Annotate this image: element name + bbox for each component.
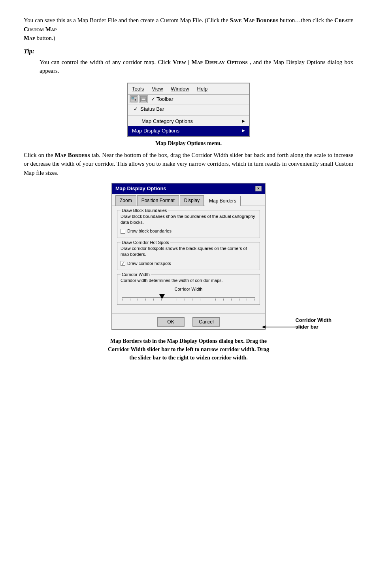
corridor-width-group: Corridor Width Corridor width determines… xyxy=(117,274,260,305)
tip-label: Tip: xyxy=(24,47,353,56)
draw-block-checkbox[interactable] xyxy=(121,229,125,234)
cancel-button[interactable]: Cancel xyxy=(192,317,220,327)
slider-ticks xyxy=(122,299,255,301)
svg-rect-1 xyxy=(132,97,134,99)
draw-corridor-hotspots-desc: Draw corridor hotspots shows the black s… xyxy=(121,246,256,258)
statusbar-row: ✓ Status Bar xyxy=(128,104,249,114)
checkmark-status: ✓ xyxy=(134,105,138,113)
tick xyxy=(153,299,154,301)
draw-block-boundaries-desc: Draw block boundaries show the boundarie… xyxy=(121,214,256,226)
tab-zoom[interactable]: Zoom xyxy=(115,195,136,206)
tick xyxy=(239,299,239,301)
dialog-content: Draw Block Boundaries Draw block boundar… xyxy=(112,206,265,313)
tick xyxy=(138,299,138,301)
slider-handle[interactable] xyxy=(159,294,165,299)
tick xyxy=(200,299,200,301)
tick xyxy=(130,299,130,301)
bottom-caption: Map Borders tab in the Map Display Optio… xyxy=(24,337,353,362)
view-map-label: View | Map Display Options xyxy=(173,59,247,65)
menu-bar-help: Help xyxy=(195,84,210,94)
page-content: You can save this as a Map Border File a… xyxy=(24,16,353,362)
menu-figure: Tools View Window Help ♦ xyxy=(24,83,353,147)
tick xyxy=(231,299,232,301)
svg-text:♦: ♦ xyxy=(134,98,136,102)
map-display-item: Map Display Options ▶ xyxy=(128,126,249,136)
slider-container xyxy=(122,293,255,301)
map-borders-bold: Map Borders xyxy=(55,152,90,158)
dialog-title: Map Display Options xyxy=(115,185,166,193)
tick xyxy=(177,299,177,301)
toolbar-icon-2 xyxy=(139,95,148,103)
menu-screenshot: Tools View Window Help ♦ xyxy=(127,83,250,137)
dialog-figure-wrapper: Map Display Options × Zoom Position Form… xyxy=(24,183,353,330)
dialog-close-button[interactable]: × xyxy=(255,186,262,191)
statusbar-label: Status Bar xyxy=(140,105,164,113)
tick xyxy=(254,299,255,301)
map-label: Map xyxy=(24,35,35,41)
map-display-options-dialog: Map Display Options × Zoom Position Form… xyxy=(111,183,266,330)
tick xyxy=(192,299,192,301)
tick xyxy=(247,299,247,301)
menu-caption: Map Display Options menu. xyxy=(155,139,222,147)
dialog-tabs: Zoom Position Format Display Map Borders xyxy=(112,194,265,206)
slider-label: Corridor Width xyxy=(121,286,256,293)
draw-corridor-checkbox-label: Draw corridor hotspots xyxy=(127,260,171,267)
dialog-buttons: OK Cancel xyxy=(112,314,265,329)
menu-bar: Tools View Window Help xyxy=(128,83,249,95)
checkmark-toolbar: ✓ xyxy=(151,95,155,103)
tip-body: You can control the width of any corrido… xyxy=(24,58,353,76)
menu-bar-window: Window xyxy=(168,84,191,94)
svg-rect-5 xyxy=(141,98,145,100)
menu-bar-tools: Tools xyxy=(130,84,146,94)
draw-block-boundaries-group: Draw Block Boundaries Draw block boundar… xyxy=(117,210,260,238)
draw-corridor-hotspots-group: Draw Corridor Hot Spots Draw corridor ho… xyxy=(117,242,260,270)
tick xyxy=(223,299,224,301)
draw-corridor-checkbox-row: ✓ Draw corridor hotspots xyxy=(121,260,256,267)
menu-bar-view: View xyxy=(149,84,165,94)
tick xyxy=(169,299,169,301)
ok-button[interactable]: OK xyxy=(157,317,185,327)
tab-display[interactable]: Display xyxy=(180,195,204,206)
draw-corridor-checkbox[interactable]: ✓ xyxy=(121,261,125,266)
draw-block-checkbox-row: Draw block boundaries xyxy=(121,228,256,234)
dialog-title-bar: Map Display Options × xyxy=(112,183,265,194)
corridor-width-desc: Corridor width determines the width of c… xyxy=(121,278,256,284)
tick xyxy=(208,299,208,301)
toolbar-icon-1: ♦ xyxy=(130,95,138,103)
tip-section: Tip: You can control the width of any co… xyxy=(24,47,353,76)
dialog-with-annotation: Map Display Options × Zoom Position Form… xyxy=(111,183,266,330)
tick xyxy=(145,299,146,301)
menu-separator xyxy=(128,115,249,115)
tab-map-borders[interactable]: Map Borders xyxy=(205,196,241,206)
body-paragraph: Click on the Map Borders tab. Near the b… xyxy=(24,151,353,178)
draw-block-boundaries-label: Draw Block Boundaries xyxy=(121,207,168,214)
toolbar-icons-row: ♦ ✓ Toolbar xyxy=(128,95,249,104)
svg-marker-7 xyxy=(262,325,266,329)
tick xyxy=(215,299,216,301)
submenu-arrow: ▶ xyxy=(242,128,245,134)
toolbar-check-row: ✓ Toolbar xyxy=(151,95,173,103)
toolbar-text: Toolbar xyxy=(156,95,173,103)
tab-position-format[interactable]: Position Format xyxy=(137,195,179,206)
tick xyxy=(122,299,123,301)
map-category-item: Map Category Options xyxy=(128,117,249,126)
arrow-wrapper xyxy=(262,323,305,333)
draw-block-checkbox-label: Draw block boundaries xyxy=(127,228,172,234)
corridor-width-label: Corridor Width xyxy=(121,271,151,278)
tick xyxy=(185,299,185,301)
draw-corridor-hotspots-label: Draw Corridor Hot Spots xyxy=(121,239,170,246)
checkmark-icon: ✓ xyxy=(121,260,125,267)
intro-paragraph: You can save this as a Map Border File a… xyxy=(24,16,353,43)
save-map-borders-label: Save Map Borders xyxy=(230,17,279,23)
slider-rail xyxy=(122,297,255,298)
slider-track[interactable] xyxy=(121,293,256,301)
